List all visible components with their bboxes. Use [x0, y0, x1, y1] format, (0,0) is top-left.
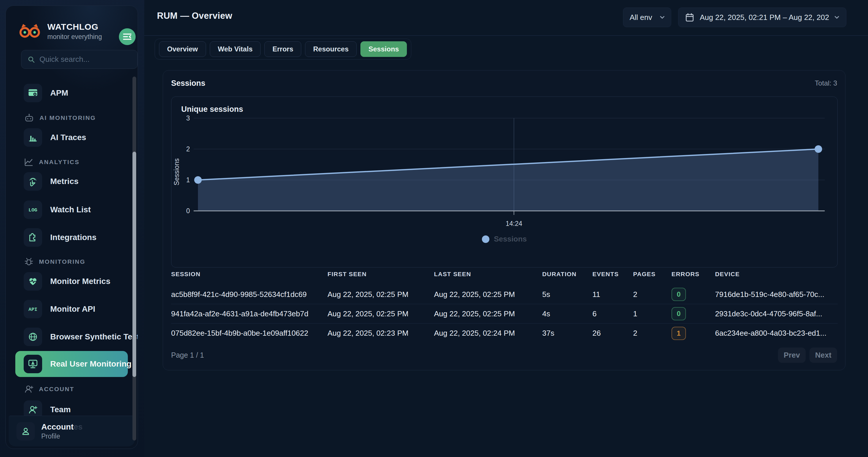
tabs-bar: Overview Web Vitals Errors Resources Ses…: [155, 39, 411, 59]
heart-pulse-icon: [24, 272, 42, 291]
device-id: 2931de3c-0dc4-4705-96f5-8af...: [715, 309, 838, 318]
duration: 5s: [542, 290, 592, 299]
y-axis-title: Sessions: [173, 158, 180, 185]
chart-legend[interactable]: Sessions: [172, 234, 837, 244]
account-subtitle: Profile: [41, 432, 83, 440]
sidebar-item-label: AI Traces: [50, 133, 86, 142]
sidebar-section-analytics: ANALYTICS: [24, 158, 80, 166]
sidebar-item-apm[interactable]: APM: [15, 80, 128, 106]
sidebar-item-watch-list[interactable]: LOG Watch List: [15, 197, 128, 223]
page-indicator: Page 1 / 1: [171, 351, 204, 359]
y-axis-tick-label: 3: [186, 114, 190, 122]
quick-search[interactable]: [21, 50, 137, 69]
robot-icon: [24, 113, 34, 122]
page-title: RUM — Overview: [157, 0, 232, 32]
sidebar-section-account: ACCOUNT: [24, 385, 74, 394]
sidebar-item-label: Browser Synthetic Test: [50, 332, 138, 341]
legend-dot-icon: [482, 235, 489, 243]
duration: 4s: [542, 309, 592, 318]
svg-text:LOG: LOG: [29, 207, 37, 213]
brand-text: WATCHLOG monitor everything: [47, 22, 102, 41]
sessions-total-count: Total: 3: [815, 79, 837, 87]
last-seen: Aug 22, 2025, 02:25 PM: [434, 290, 542, 299]
sidebar-item-monitor-api[interactable]: API Monitor API: [15, 296, 128, 322]
pages: 2: [633, 329, 672, 338]
account-title: Account: [41, 422, 73, 431]
sidebar-item-integrations[interactable]: Integrations: [15, 225, 128, 251]
sessions-panel-title: Sessions: [171, 79, 206, 88]
device-id: 7916de1b-519c-4e80-af65-70c...: [715, 290, 838, 299]
tab-overview[interactable]: Overview: [159, 41, 206, 57]
chart-title: Unique sessions: [181, 105, 243, 114]
sidebar-item-label: Monitor Metrics: [50, 277, 110, 286]
search-input[interactable]: [39, 55, 131, 64]
col-pages: PAGES: [633, 271, 672, 278]
first-seen: Aug 22, 2025, 02:25 PM: [328, 309, 434, 318]
session-id: 941fa42a-af2e-4631-a91a-de4fb473eb7d: [171, 309, 328, 318]
svg-text:API: API: [29, 307, 37, 312]
bar-chart-icon: [24, 128, 42, 147]
table-row[interactable]: 075d82ee-15bf-4b9b-a0be-1e09aff10622 Aug…: [171, 323, 838, 343]
tab-resources[interactable]: Resources: [305, 41, 356, 57]
apm-window-icon: [24, 84, 42, 102]
errors-badge: 0: [672, 288, 686, 301]
tab-sessions[interactable]: Sessions: [361, 41, 407, 57]
bug-icon: [24, 257, 33, 266]
sidebar-item-metrics[interactable]: Metrics: [15, 168, 128, 194]
api-text-icon: API: [24, 300, 42, 318]
y-axis-ticks: 0123: [186, 114, 190, 215]
account-profile-card[interactable]: Accountes Profile: [9, 416, 135, 446]
pager-buttons: Prev Next: [778, 347, 837, 363]
prev-button[interactable]: Prev: [778, 347, 806, 363]
last-seen: Aug 22, 2025, 02:25 PM: [434, 309, 542, 318]
date-range-picker[interactable]: Aug 22, 2025, 02:21 PM – Aug 22, 2025, 0…: [678, 7, 846, 27]
table-row[interactable]: ac5b8f9f-421c-4d90-9985-52634cf1dc69 Aug…: [171, 285, 838, 304]
sidebar-item-label: Team: [50, 405, 71, 414]
col-device: DEVICE: [715, 271, 838, 278]
first-seen: Aug 22, 2025, 02:25 PM: [328, 290, 434, 299]
x-axis-tick-label: 14:24: [505, 220, 522, 227]
sidebar-item-real-user-monitoring[interactable]: Real User Monitoring: [15, 351, 128, 377]
legend-label: Sessions: [494, 234, 527, 244]
device-id: 6ac234ee-a800-4a03-bc23-ed1...: [715, 329, 838, 338]
tab-web-vitals[interactable]: Web Vitals: [210, 41, 261, 57]
collapse-menu-icon: [123, 33, 132, 40]
chevron-down-icon: [835, 16, 839, 19]
sidebar-item-browser-synthetic-test[interactable]: Browser Synthetic Test: [15, 324, 128, 350]
session-id: ac5b8f9f-421c-4d90-9985-52634cf1dc69: [171, 290, 328, 299]
tab-errors[interactable]: Errors: [264, 41, 301, 57]
sidebar-item-label: Watch List: [50, 205, 91, 215]
sidebar-item-ai-traces[interactable]: AI Traces: [15, 124, 128, 150]
events: 26: [592, 329, 633, 338]
globe-icon: [24, 327, 42, 346]
sidebar-collapse-button[interactable]: [119, 28, 135, 45]
table-header-row: SESSION FIRST SEEN LAST SEEN DURATION EV…: [171, 267, 838, 281]
sidebar-scrollbar-thumb[interactable]: [132, 152, 136, 377]
monitor-user-icon: [24, 355, 42, 373]
next-button[interactable]: Next: [809, 347, 837, 363]
y-axis-tick-label: 1: [186, 176, 190, 184]
section-label: ANALYTICS: [39, 159, 80, 166]
col-first-seen: FIRST SEEN: [328, 271, 434, 278]
pagination-bar: Page 1 / 1 Prev Next: [171, 347, 837, 363]
user-icon: [17, 422, 35, 440]
sidebar-section-monitoring: MONITORING: [24, 257, 85, 266]
account-ghost-text: es: [73, 422, 83, 431]
sidebar-item-monitor-metrics[interactable]: Monitor Metrics: [15, 268, 128, 294]
line-chart-icon: [24, 158, 33, 166]
sidebar-scrollbar[interactable]: [132, 77, 136, 440]
pages: 2: [633, 290, 672, 299]
y-axis-tick-label: 2: [186, 145, 190, 153]
date-range-value: Aug 22, 2025, 02:21 PM – Aug 22, 2025, 0…: [700, 13, 829, 22]
table-row[interactable]: 941fa42a-af2e-4631-a91a-de4fb473eb7d Aug…: [171, 304, 838, 323]
section-label: ACCOUNT: [39, 385, 74, 393]
sidebar-item-label: APM: [50, 88, 68, 98]
col-events: EVENTS: [592, 271, 633, 278]
log-text-icon: LOG: [24, 200, 42, 219]
account-text: Accountes Profile: [41, 422, 83, 440]
env-select[interactable]: All env: [623, 7, 671, 27]
session-id: 075d82ee-15bf-4b9b-a0be-1e09aff10622: [171, 329, 328, 338]
user-plus-icon: [24, 385, 33, 394]
brand: WATCHLOG monitor everything: [19, 22, 102, 41]
sessions-table: SESSION FIRST SEEN LAST SEEN DURATION EV…: [171, 267, 838, 343]
